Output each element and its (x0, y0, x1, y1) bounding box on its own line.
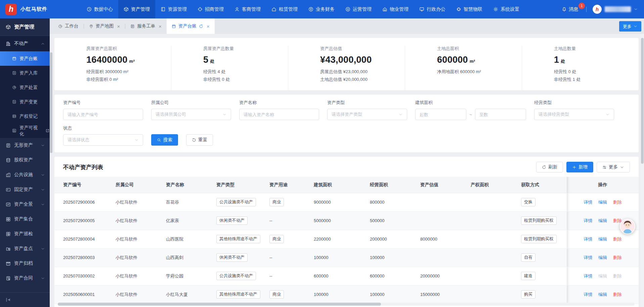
sidebar-item-asset-archive[interactable]: 资产归档 (0, 256, 50, 271)
asset-type-tag: 休闲类不动产 (216, 253, 248, 262)
tab-service-order[interactable]: 服务工单 × (125, 18, 167, 34)
topnav-merchant-management[interactable]: 客商管理 (229, 0, 266, 18)
usage-tag: 商业 (269, 235, 284, 243)
topnav-resource-management[interactable]: 资源管理 (155, 0, 192, 18)
area-from-input[interactable] (415, 109, 466, 120)
topnav-asset-management[interactable]: 资产管理 (118, 0, 155, 18)
sidebar-item-equity-assets[interactable]: 股权资产 (0, 153, 50, 167)
topnav-business-finance[interactable]: 业务财务 (303, 0, 340, 18)
sidebar-item-asset-panorama[interactable]: 资产全景 (0, 197, 50, 212)
edit-link[interactable]: 编辑 (598, 292, 607, 297)
add-button[interactable]: 新增 (566, 162, 593, 172)
topnav-data-center[interactable]: 数据中心 (81, 0, 118, 18)
external-link-icon (45, 129, 50, 133)
table-row: 2025072800003 小红马软件 山西高剑 休闲类不动产 -- 10000… (54, 248, 639, 267)
detail-link[interactable]: 详情 (584, 200, 592, 205)
sidebar-item-asset-inbound[interactable]: 资产入库 (0, 66, 50, 80)
content-right-scrollbar[interactable] (641, 34, 644, 307)
folder-search-icon (6, 246, 11, 251)
more-button[interactable]: 更多 (597, 162, 630, 172)
topnav-admin-office[interactable]: 行政办公 (414, 0, 451, 18)
delete-link[interactable]: 删除 (613, 292, 622, 297)
edit-link[interactable]: 编辑 (598, 218, 607, 223)
filter-build-area: 建筑面积 ~ (415, 100, 526, 120)
company-select[interactable]: 请选择所属公司 (151, 109, 231, 120)
sidebar-item-fixed-assets[interactable]: 固定资产 (0, 182, 50, 197)
status-select[interactable]: 请选择状态 (63, 134, 143, 146)
chevron-down-icon (41, 202, 45, 207)
edit-link[interactable]: 编辑 (598, 255, 607, 260)
tab-asset-map[interactable]: 资产地图 × (84, 18, 125, 34)
messages-button[interactable]: 消息 1 (562, 6, 583, 12)
sidebar-item-asset-ledger[interactable]: 资产台账 (0, 51, 50, 66)
delete-link[interactable]: 删除 (613, 218, 622, 223)
scrollbar-thumb[interactable] (58, 303, 381, 306)
refresh-button[interactable]: 刷新 (536, 162, 563, 172)
tab-asset-ledger[interactable]: 资产台账 × (167, 18, 215, 34)
chevron-down-icon[interactable] (634, 7, 638, 11)
sidebar-group-real-estate: 不动产 资产台账 资产入库 资产处置 资产变更 产权登记 (0, 36, 50, 138)
customer-service-avatar[interactable] (620, 219, 635, 234)
operate-type-select[interactable]: 请选择经营类型 (534, 109, 614, 120)
asset-code-input[interactable] (63, 109, 143, 120)
contract-icon (6, 276, 11, 281)
delete-link[interactable]: 删除 (613, 237, 622, 242)
refresh-icon[interactable] (199, 24, 203, 29)
scrollbar-thumb[interactable] (50, 52, 52, 153)
stat-house-total-area: 房屋资产总面积 16400000m² 经营面积 3000000 m² 非经营面积… (54, 46, 171, 90)
delete-link[interactable]: 删除 (613, 200, 622, 205)
search-icon (157, 138, 161, 142)
topnav-system-settings[interactable]: 系统设置 (488, 0, 525, 18)
search-button[interactable]: 搜索 (151, 134, 178, 146)
sidebar-item-intangible-assets[interactable]: 无形资产 (0, 138, 50, 153)
disposal-icon (12, 85, 16, 90)
close-icon[interactable]: × (117, 24, 120, 29)
sidebar-item-public-facilities[interactable]: 公共设施 (0, 167, 50, 182)
asset-name-input[interactable] (239, 109, 319, 120)
user-avatar[interactable]: h (593, 5, 602, 14)
close-icon[interactable]: × (159, 24, 162, 29)
edit-link[interactable]: 编辑 (598, 237, 607, 242)
close-icon[interactable]: × (207, 24, 210, 29)
topnav-property-management[interactable]: 物业管理 (377, 0, 414, 18)
table-horizontal-scrollbar[interactable] (58, 303, 635, 306)
sidebar-item-asset-collection[interactable]: 资产集合 (0, 212, 50, 226)
detail-link[interactable]: 详情 (584, 237, 592, 242)
sidebar-item-deed-registration[interactable]: 产权登记 (0, 109, 50, 123)
scrollbar-thumb[interactable] (641, 38, 644, 164)
sidebar-item-asset-visualization[interactable]: 资产可视化 (0, 123, 50, 138)
detail-link[interactable]: 详情 (584, 292, 592, 297)
sidebar-collapse-button[interactable] (0, 292, 50, 307)
content-left-scrollbar[interactable] (50, 34, 53, 307)
area-to-input[interactable] (475, 109, 526, 120)
inbound-icon (12, 71, 16, 75)
topnav-operations-management[interactable]: 运营管理 (340, 0, 377, 18)
detail-link[interactable]: 详情 (584, 273, 592, 278)
sidebar-title: 资产管理 (0, 18, 50, 36)
filter-asset-code: 资产编号 (63, 100, 143, 120)
topnav-smart-iot[interactable]: 智慧物联 (451, 0, 488, 18)
deed-card-icon (12, 114, 16, 118)
tabbar-more-button[interactable]: 更多 (619, 21, 641, 32)
ledger-calendar-icon (12, 56, 16, 61)
sidebar-item-real-estate[interactable]: 不动产 (0, 36, 50, 51)
sidebar-item-asset-inventory[interactable]: 资产盘点 (0, 241, 50, 256)
asset-type-select[interactable]: 请选择资产类型 (327, 109, 407, 120)
message-count-badge: 1 (578, 3, 585, 9)
map-pin-icon (89, 24, 93, 29)
topnav-lease-management[interactable]: 租赁管理 (266, 0, 303, 18)
detail-link[interactable]: 详情 (584, 255, 592, 260)
sidebar-item-asset-inspection[interactable]: 资产巡检 (0, 226, 50, 241)
diamond-icon (198, 7, 203, 12)
refresh-icon (542, 165, 546, 169)
device-icon (6, 187, 11, 192)
delete-link[interactable]: 删除 (613, 255, 622, 260)
topnav-investment-management[interactable]: 招商管理 (192, 0, 229, 18)
edit-link[interactable]: 编辑 (598, 200, 607, 205)
sidebar-item-asset-change[interactable]: 资产变更 (0, 95, 50, 109)
sidebar-item-asset-contract[interactable]: 资产合同 (0, 271, 50, 286)
sidebar-item-asset-disposal[interactable]: 资产处置 (0, 80, 50, 95)
reset-button[interactable]: 重置 (186, 134, 213, 146)
detail-link[interactable]: 详情 (584, 218, 592, 223)
tab-workbench[interactable]: 工作台 (53, 18, 84, 34)
